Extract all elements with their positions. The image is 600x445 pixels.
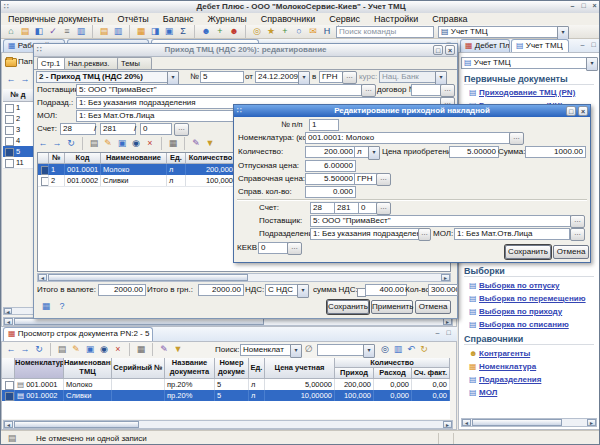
scroll-thumb[interactable] <box>472 419 562 426</box>
print-icon[interactable]: ▦ <box>166 137 180 150</box>
minimize-view-icon[interactable]: – <box>578 41 587 50</box>
add-user-icon[interactable]: + <box>213 25 227 38</box>
ref-currency-field[interactable]: ГРН <box>354 173 378 185</box>
link-vyborka-prihod[interactable]: Выборка по приходу <box>479 307 562 316</box>
search-input[interactable] <box>317 344 365 356</box>
menu-primary-docs[interactable]: Первичные документы <box>1 13 110 25</box>
maximize-panel-icon[interactable]: □ <box>444 329 453 338</box>
row-checkbox[interactable] <box>5 159 14 168</box>
h-icon[interactable]: H <box>320 25 334 38</box>
check-icon[interactable]: ✓ <box>46 25 60 38</box>
dept-browse-button[interactable]: … <box>418 228 431 241</box>
ref-currency-browse-button[interactable]: … <box>376 173 391 186</box>
rotate-icon[interactable]: ↻ <box>417 343 431 356</box>
sum-field[interactable]: 1000.00 <box>525 146 586 158</box>
account1-field[interactable]: 28 <box>310 202 336 214</box>
new-row-icon[interactable]: ▤ <box>87 137 101 150</box>
search-column-dropdown-icon[interactable]: ▾ <box>290 344 302 358</box>
command-search-input[interactable]: Поиск команды <box>336 26 434 38</box>
col-group-quantity[interactable]: Количество <box>335 358 450 368</box>
menu-reports[interactable]: Отчёты <box>110 13 155 25</box>
col-header-code[interactable]: Код <box>65 153 101 164</box>
dept-field[interactable]: 1: Без указания подразделения <box>310 228 420 240</box>
col-header-price[interactable]: Цена учетная <box>265 358 335 379</box>
line-save-button[interactable]: Сохранить <box>505 245 551 259</box>
menu-service[interactable]: Сервис <box>322 13 367 25</box>
row-checkbox[interactable] <box>5 115 14 124</box>
row-checkbox[interactable] <box>41 177 49 186</box>
user2-icon[interactable]: ☻ <box>227 25 241 38</box>
row-checkbox[interactable] <box>5 148 14 157</box>
supplier-browse-button[interactable]: … <box>361 84 376 97</box>
scroll-thumb[interactable] <box>14 421 139 428</box>
refresh-icon[interactable]: ↻ <box>32 343 46 356</box>
doc-date-field[interactable]: 24.12.2009 <box>255 71 301 83</box>
supplier-field[interactable]: 5: ООО "ПримаВест" <box>310 215 571 227</box>
bottom-hscrollbar[interactable]: ◄ ► <box>3 420 453 429</box>
doc-list-col-header[interactable]: № д <box>3 89 34 102</box>
menu-journals[interactable]: Журналы <box>200 13 253 25</box>
mol-browse-button[interactable]: … <box>570 228 585 241</box>
account-browse-button[interactable]: … <box>174 123 189 136</box>
plus-icon[interactable]: + <box>278 25 292 38</box>
vat-mode-combo[interactable]: С НДС <box>265 284 299 296</box>
search-column-combo[interactable]: Номенклат <box>240 344 292 356</box>
monitor-icon[interactable]: ◨ <box>148 25 162 38</box>
cancel-button[interactable]: Отмена <box>415 300 451 314</box>
perspective-dropdown-icon[interactable]: ▾ <box>557 26 569 40</box>
line-dialog-titlebar[interactable]: ∷ Редактирование приходной накладной □ × <box>234 105 590 117</box>
scroll-left-icon[interactable]: ◄ <box>38 274 47 281</box>
scroll-right-icon[interactable]: ► <box>587 419 596 426</box>
col-header-n[interactable]: № <box>49 153 65 164</box>
nomenclature-field[interactable]: 001.0001: Молоко <box>305 132 511 144</box>
link-nomenklatura[interactable]: Номенклатура <box>479 362 536 371</box>
navigator-perspective-combo[interactable]: ▤ Учет ТМЦ <box>461 57 589 69</box>
contract-browse-button[interactable]: … <box>440 84 455 97</box>
link-podrazdeleniya[interactable]: Подразделения <box>479 375 541 384</box>
scroll-thumb[interactable] <box>14 318 264 325</box>
view-row-icon[interactable]: ◉ <box>97 343 111 356</box>
export-icon[interactable]: ▤ <box>97 25 111 38</box>
scroll-right-icon[interactable]: ► <box>443 318 452 325</box>
scroll-left-icon[interactable]: ◄ <box>4 421 13 428</box>
close-dialog-icon[interactable]: × <box>445 45 455 55</box>
vat-dropdown-icon[interactable]: ▾ <box>297 284 309 298</box>
back-icon[interactable]: ← <box>4 73 18 86</box>
scroll-thumb[interactable] <box>48 274 248 281</box>
rate-dropdown-icon[interactable]: ▾ <box>435 71 447 85</box>
link-kontragenty[interactable]: Контрагенты <box>479 349 530 358</box>
copy-row-icon[interactable]: ▣ <box>83 343 97 356</box>
scroll-left-icon[interactable]: ◄ <box>4 318 13 325</box>
account2-field[interactable]: 281 <box>334 202 360 214</box>
account1-field[interactable]: 28 <box>60 123 96 135</box>
link-mol[interactable]: МОЛ <box>479 388 497 397</box>
currency-browse-button[interactable]: … <box>342 71 357 84</box>
col-header-out[interactable]: Расход <box>374 368 412 379</box>
qty-field[interactable]: 200.000 <box>305 146 356 158</box>
mol-field[interactable]: 1: Без Мат.Отв.Лица <box>454 228 570 240</box>
col-header-name[interactable]: Наименование <box>101 153 167 164</box>
delete-row-icon[interactable]: × <box>143 137 157 150</box>
new-doc-icon[interactable]: ▥ <box>74 25 88 38</box>
clock-icon[interactable]: ○ <box>292 25 306 38</box>
ref-price-field[interactable]: 5.50000 <box>305 173 356 185</box>
link-vyborka-spisanie[interactable]: Выборка по списанию <box>479 320 569 329</box>
currency-field[interactable]: ГРН <box>319 71 343 83</box>
delete-row-icon[interactable]: × <box>111 343 125 356</box>
maximize-view-icon[interactable]: □ <box>589 41 598 50</box>
refresh-icon[interactable]: ↻ <box>64 137 78 150</box>
forward-icon[interactable]: → <box>18 73 32 86</box>
table-icon[interactable]: ▣ <box>162 25 176 38</box>
account3-field[interactable]: 0 <box>140 123 172 135</box>
maximize-dialog-icon[interactable]: □ <box>566 106 576 116</box>
back-icon[interactable]: ← <box>36 137 50 150</box>
nomenclature-browse-button[interactable]: … <box>509 132 524 145</box>
highlight-icon[interactable]: ✎ <box>189 137 203 150</box>
documents-icon[interactable]: ◧ <box>32 25 46 38</box>
dialog-table-row[interactable]: 2 001.0002 Сливки л 100,000 <box>38 175 236 187</box>
ref-qty-field[interactable]: 0.000 <box>305 186 356 198</box>
tab-doc-lines-view[interactable]: ▦ Просмотр строк документа PN:2 - 5 × <box>3 327 153 341</box>
highlight-icon[interactable]: ✎ <box>157 343 171 356</box>
open-folder-icon[interactable]: ▤ <box>18 25 32 38</box>
scroll-left-icon[interactable]: ◄ <box>4 308 12 314</box>
